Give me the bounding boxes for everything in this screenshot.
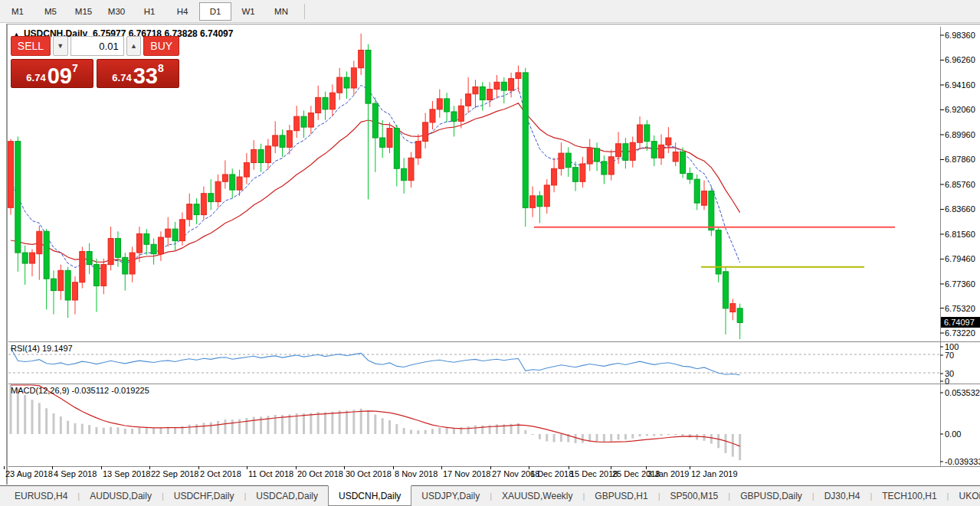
volume-increase-icon[interactable]: ▲ [126,36,142,56]
tab-usdjpy-daily[interactable]: USDJPY,Daily [411,486,490,506]
macd-axis-label: 0.00 [945,429,961,439]
tab-tech100-h1[interactable]: TECH100,H1 [872,486,946,506]
date-axis-label: 12 Jan 2019 [691,469,738,478]
date-axis-label: 13 Sep 2018 [103,469,150,478]
sell-price-box[interactable]: 6.74 09 7 [11,59,93,88]
date-axis-label: 22 Sep 2018 [151,469,198,478]
price-axis-label: 6.77360 [945,279,975,289]
buy-button[interactable]: BUY [143,36,179,56]
tab-sp500-m15[interactable]: SP500,M15 [660,486,729,506]
sell-price-sup: 7 [72,62,78,74]
price-axis-label: 6.73220 [945,328,975,338]
rsi-axis-label: 0 [945,377,949,386]
tab-xauusd-weekly[interactable]: XAUUSD,Weekly [492,486,582,506]
macd-axis-label: -0.039333 [945,457,980,466]
tab-audusd-daily[interactable]: AUDUSD,Daily [80,486,162,506]
price-axis-label: 6.87860 [945,155,975,164]
symbol-tab-bar: EURUSD,H4|AUDUSD,Daily|USDCHF,Daily|USDC… [0,485,980,506]
buy-price-big: 33 [133,64,158,87]
date-axis-label: 3 Jan 2019 [647,469,689,478]
sell-button[interactable]: SELL [11,36,51,56]
tab-usdcnh-daily[interactable]: USDCNH,Daily [328,485,411,506]
price-axis-label: 6.81560 [945,230,975,239]
tab-usdcad-daily[interactable]: USDCAD,Daily [246,486,328,506]
price-axis-label: 6.75320 [945,304,975,313]
date-axis-label: 4 Sep 2018 [54,469,97,478]
buy-price-small: 6.74 [112,72,131,83]
price-axis-label: 6.85760 [945,180,975,189]
price-axis-label: 6.94160 [945,80,975,90]
price-axis-label: 6.79460 [945,254,975,263]
tab-ukoil-h1[interactable]: UKOil,H1 [949,486,980,506]
date-axis-label: 17 Nov 2018 [443,469,490,478]
price-axis-label: 6.96260 [945,55,975,64]
date-axis-label: 30 Oct 2018 [346,469,392,478]
rsi-indicator-label: RSI(14) 19.1497 [11,344,73,353]
volume-input[interactable] [70,36,124,56]
metatrader-app: { "toolbar": { "timeframes": ["M1","M5",… [0,0,980,506]
one-click-trade-panel: SELL ▼ ▲ BUY 6.74 09 7 6.74 33 8 [11,36,179,88]
price-axis-label: 6.92060 [945,105,975,114]
macd-axis-label: 0.053532 [945,388,980,397]
current-price-badge: 6.74097 [941,317,980,328]
buy-price-sup: 8 [158,62,164,74]
macd-indicator-label: MACD(12,26,9) -0.035112 -0.019225 [11,386,149,395]
tab-eurusd-h4[interactable]: EURUSD,H4 [5,486,77,506]
date-axis-label: 2 Oct 2018 [200,469,241,478]
price-axis-label: 6.98360 [945,31,975,40]
date-axis-label: 20 Oct 2018 [297,469,343,478]
tab-gbpusd-daily[interactable]: GBPUSD,Daily [730,486,812,506]
tab-gbpusd-h1[interactable]: GBPUSD,H1 [585,486,657,506]
tab-usdchf-daily[interactable]: USDCHF,Daily [164,486,244,506]
price-axis-label: 6.89960 [945,130,975,139]
date-axis-label: 6 Dec 2018 [530,469,573,478]
rsi-axis-label: 70 [945,351,954,360]
date-axis-label: 23 Aug 2018 [5,469,53,478]
date-axis-label: 11 Oct 2018 [248,469,293,478]
sell-price-small: 6.74 [26,72,45,83]
volume-decrease-icon[interactable]: ▼ [53,36,68,56]
buy-price-box[interactable]: 6.74 33 8 [97,59,179,88]
sell-price-big: 09 [48,64,72,87]
date-axis-label: 15 Dec 2018 [570,469,618,478]
tab-dj30-h4[interactable]: DJ30,H4 [814,486,870,506]
date-axis-label: 8 Nov 2018 [395,469,438,478]
price-axis-label: 6.83660 [945,204,975,214]
rsi-line [11,348,740,375]
